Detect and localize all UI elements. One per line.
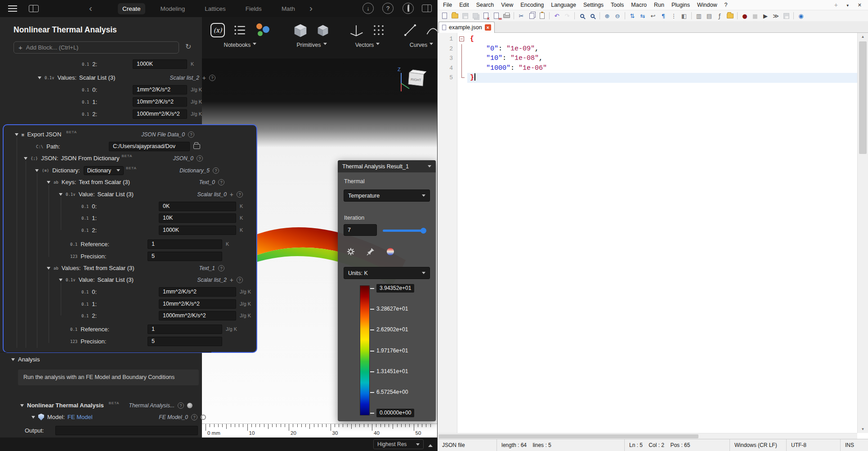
titlebar-plus-icon[interactable] [834,1,838,9]
folder-as-workspace-icon[interactable] [725,11,735,21]
slider-knob[interactable] [421,228,426,234]
pin-icon[interactable] [366,247,376,257]
value-field[interactable]: 1000K [159,226,236,235]
value-field[interactable]: 5 [148,337,222,346]
help-icon[interactable] [237,277,243,283]
redo-icon[interactable]: ↷ [562,11,572,21]
menu-file[interactable]: File [439,2,456,8]
tab-create[interactable]: Create [118,3,145,14]
analysis-header[interactable]: Analysis [11,356,40,363]
titlebar-close-icon[interactable] [858,2,862,8]
help-icon[interactable] [218,179,224,185]
settings-gear-icon[interactable] [346,247,356,257]
paste-icon[interactable] [537,11,547,21]
tab-fields[interactable]: Fields [241,3,266,14]
expander-arrow-icon[interactable] [35,169,39,172]
document-list-icon[interactable]: ▤ [704,11,714,21]
output-field[interactable] [55,426,198,435]
axes-icon[interactable] [346,19,366,41]
sync-vertical-icon[interactable]: ⇅ [627,11,637,21]
tab-close-icon[interactable] [485,24,491,31]
expander-arrow-icon[interactable] [20,404,24,407]
value-field[interactable]: 10mm^2/K/s^2 [159,299,236,309]
scrollbar-thumb[interactable] [438,434,698,438]
value-field[interactable]: 1000mm^2/K/s^2 [133,109,187,119]
value-field[interactable]: 1 [148,239,222,249]
function-list-icon[interactable]: ƒ [715,11,725,21]
value-field[interactable]: 1000mm^2/K/s^2 [159,311,236,320]
cube-icon[interactable] [291,19,310,41]
notebook-objects-icon[interactable] [253,19,273,41]
horizontal-scrollbar[interactable] [438,433,857,439]
scroll-up-arrow-icon[interactable]: ▲ [858,33,868,41]
resolution-dropdown[interactable]: Highest Res [373,439,424,449]
tab-modeling[interactable]: Modeling [156,3,190,14]
expander-arrow-icon[interactable] [11,358,15,361]
indent-guides-icon[interactable]: ⋮ [669,11,679,21]
document-map-icon[interactable]: ▥ [694,11,704,21]
path-field[interactable]: C:/Users/ajayprasad/Dov [109,142,190,151]
menu-language[interactable]: Language [547,2,580,8]
add-icon[interactable] [230,276,233,284]
menu-run[interactable]: Run [650,2,668,8]
monitoring-icon[interactable]: ◉ [796,11,806,21]
account-icon[interactable] [403,3,414,14]
add-block-input[interactable]: Add Block... (Ctrl+L) [13,41,179,54]
help-icon[interactable] [178,402,184,409]
help-icon[interactable] [382,3,394,14]
expander-arrow-icon[interactable] [15,133,18,136]
value-field[interactable]: 10K [159,213,236,223]
copy-icon[interactable] [527,11,537,21]
rounded-cube-icon[interactable] [313,19,333,41]
sync-horizontal-icon[interactable]: ⇆ [638,11,648,21]
code-line[interactable]: "0": "1e-09", [467,44,857,54]
menu-plugins[interactable]: Plugins [668,2,694,8]
iteration-field[interactable]: 7 [344,224,377,236]
undo-icon[interactable]: ↶ [552,11,562,21]
code-line[interactable]: { [467,34,857,44]
menu-edit[interactable]: Edit [456,2,473,8]
help-icon[interactable] [218,265,224,271]
temperature-dropdown[interactable]: Temperature [344,189,430,202]
code-area[interactable]: { "0": "1e-09", "10": "1e-08", "1000": "… [467,33,857,433]
expander-arrow-icon[interactable] [59,279,63,281]
folder-icon[interactable] [193,144,200,149]
value-field[interactable]: 5 [148,252,222,261]
scroll-down-arrow-icon[interactable]: ▼ [858,425,868,433]
zoom-out-icon[interactable]: ⊖ [613,11,622,21]
notebook-function-icon[interactable] [208,19,228,41]
print-icon[interactable] [501,11,511,21]
help-icon[interactable] [191,414,197,420]
open-file-icon[interactable] [450,11,460,21]
line-segment-icon[interactable] [400,19,420,41]
save-macro-icon[interactable] [781,11,791,21]
forward-chevron-icon[interactable]: › [309,2,313,14]
menu-settings[interactable]: Settings [580,2,607,8]
help-icon[interactable] [188,131,194,138]
status-insert-mode[interactable]: INS [841,439,868,451]
code-line-current[interactable]: } [467,73,857,83]
back-chevron-icon[interactable]: ‹ [89,2,92,14]
units-dropdown[interactable]: Units: K [344,267,430,279]
replace-icon[interactable] [587,11,597,21]
zoom-in-icon[interactable]: ⊕ [602,11,612,21]
code-line[interactable]: "10": "1e-08", [467,54,857,63]
panel-toggle-icon[interactable] [422,5,432,12]
curve-icon[interactable] [423,19,437,41]
value-field[interactable]: 0K [159,202,236,211]
menu-view[interactable]: View [497,2,517,8]
expand-panel-chevron-icon[interactable] [428,442,433,447]
toolbar-dropdown-primitives[interactable]: Primitives [296,42,327,48]
word-wrap-icon[interactable]: ↩ [648,11,658,21]
user-language-icon[interactable]: ◧ [679,11,689,21]
fold-collapse-icon[interactable] [459,36,464,41]
result-panel-header[interactable]: Thermal Analysis Result_1 [338,160,436,172]
expander-arrow-icon[interactable] [38,77,41,79]
export-json-block-selected[interactable]: ▣Export JSONBETAJSON File Data_0C:\Path:… [3,124,257,353]
expander-arrow-icon[interactable] [31,416,35,419]
vertical-scrollbar[interactable]: ▲ ▼ [857,33,868,433]
toolbar-dropdown-notebooks[interactable]: Notebooks [224,42,257,48]
block-link[interactable]: FE Model [67,414,93,420]
tab-lattices[interactable]: Lattices [200,3,230,14]
help-icon[interactable] [197,155,203,162]
